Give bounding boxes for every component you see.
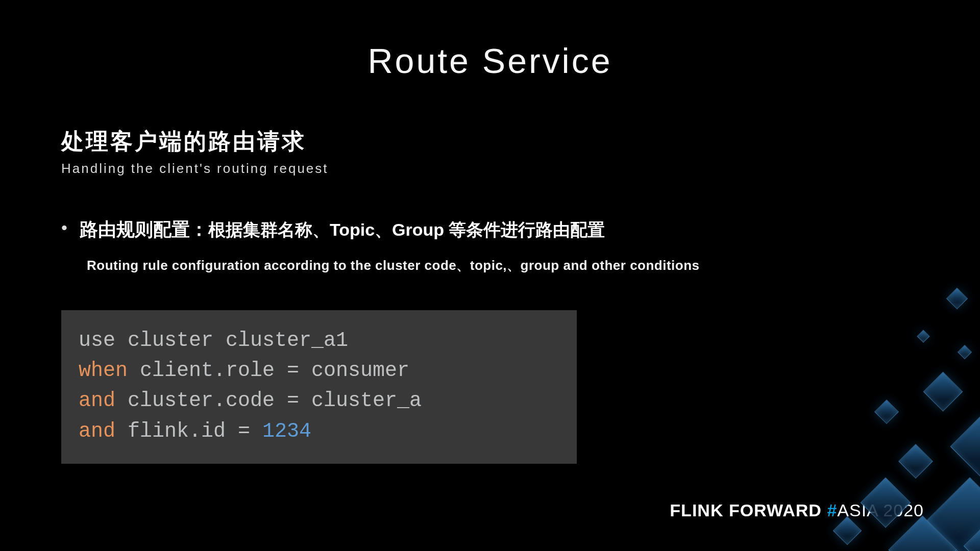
bullet-row: • 路由规则配置：根据集群名称、Topic、Group 等条件进行路由配置 bbox=[61, 217, 919, 242]
cube-icon bbox=[874, 399, 899, 424]
code-number: 1234 bbox=[262, 420, 311, 443]
subtitle-cn: 处理客户端的路由请求 bbox=[61, 127, 919, 157]
cube-icon bbox=[950, 414, 980, 479]
cube-icon bbox=[917, 330, 929, 342]
cube-icon bbox=[888, 515, 957, 551]
subtitle-block: 处理客户端的路由请求 Handling the client's routing… bbox=[61, 127, 919, 177]
footer-year: 2020 bbox=[883, 500, 924, 520]
subtitle-en: Handling the client's routing request bbox=[61, 161, 919, 177]
slide-root: Route Service 处理客户端的路由请求 Handling the cl… bbox=[0, 0, 980, 551]
cube-icon bbox=[923, 372, 963, 412]
hash-icon: # bbox=[827, 500, 837, 520]
footer-brand-b: FORWARD bbox=[729, 500, 827, 520]
footer-region: ASIA bbox=[837, 500, 883, 520]
code-line-4: and flink.id = 1234 bbox=[79, 416, 559, 446]
bullet-rest: 根据集群名称、Topic、Group 等条件进行路由配置 bbox=[208, 220, 605, 239]
code-token: flink.id = bbox=[115, 420, 262, 443]
code-line-1: use cluster cluster_a1 bbox=[79, 325, 559, 356]
bullet-en: Routing rule configuration according to … bbox=[87, 257, 919, 274]
code-keyword: and bbox=[79, 420, 115, 443]
code-line-3: and cluster.code = cluster_a bbox=[79, 386, 559, 416]
code-keyword: when bbox=[79, 359, 128, 382]
bullet-dot-icon: • bbox=[61, 219, 67, 236]
slide-title: Route Service bbox=[61, 41, 919, 81]
cube-icon bbox=[898, 444, 933, 479]
code-line-2: when client.role = consumer bbox=[79, 356, 559, 386]
footer-brand-a: FLINK bbox=[670, 500, 729, 520]
code-token: cluster.code = cluster_a bbox=[115, 389, 422, 412]
code-token: client.role = consumer bbox=[128, 359, 409, 382]
code-token: use cluster cluster_a1 bbox=[79, 329, 348, 352]
cube-icon bbox=[946, 288, 968, 309]
cube-icon bbox=[964, 524, 980, 551]
bullet-text: 路由规则配置：根据集群名称、Topic、Group 等条件进行路由配置 bbox=[80, 217, 605, 242]
cube-icon bbox=[926, 477, 980, 551]
bullet-lead: 路由规则配置： bbox=[80, 219, 208, 240]
footer-logo: FLINK FORWARD #ASIA 2020 bbox=[670, 500, 924, 520]
code-keyword: and bbox=[79, 389, 115, 412]
cube-icon bbox=[833, 516, 862, 545]
code-block: use cluster cluster_a1 when client.role … bbox=[61, 310, 577, 464]
cube-icon bbox=[958, 345, 972, 359]
